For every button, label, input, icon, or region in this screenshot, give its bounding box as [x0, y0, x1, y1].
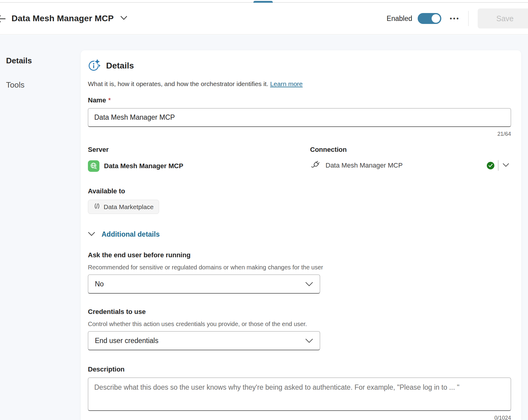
- sidebar-item-details[interactable]: Details: [6, 56, 81, 65]
- ask-user-label: Ask the end user before running: [88, 251, 511, 259]
- additional-details-toggle[interactable]: Additional details: [88, 230, 160, 238]
- arrow-left-icon: [0, 20, 6, 25]
- sidebar-item-tools[interactable]: Tools: [6, 80, 81, 90]
- description-textarea[interactable]: [88, 378, 511, 411]
- details-header: Details: [88, 58, 511, 73]
- code-brackets-icon: [93, 202, 101, 211]
- header-divider: [468, 11, 469, 26]
- save-button[interactable]: Save: [478, 8, 528, 28]
- name-field-label: Name*: [88, 96, 511, 104]
- page-title: Data Mesh Manager MCP: [12, 14, 114, 23]
- page-title-dropdown[interactable]: Data Mesh Manager MCP: [12, 14, 127, 23]
- details-panel: Details What it is, how it operates, and…: [81, 50, 521, 420]
- credentials-dropdown[interactable]: End user credentials: [88, 331, 320, 350]
- toggle-knob: [432, 14, 440, 23]
- server-value-row: Data Mesh Manager MCP: [88, 160, 310, 172]
- server-column: Server Data Mesh Ma: [88, 146, 310, 172]
- required-asterisk: *: [108, 96, 111, 104]
- enabled-label: Enabled: [387, 15, 412, 23]
- name-input[interactable]: [88, 108, 511, 127]
- connection-chevron-down-icon: [503, 163, 509, 168]
- sidebar: Details Tools: [0, 35, 81, 420]
- connection-column: Connection: [310, 146, 511, 172]
- back-button[interactable]: [0, 14, 6, 24]
- available-to-label: Available to: [88, 187, 511, 195]
- dropdown-chevron-icon: [305, 338, 313, 343]
- chevron-down-icon: [120, 16, 127, 22]
- chevron-down-icon: [88, 232, 95, 237]
- connection-status-check-icon: [487, 162, 494, 169]
- subtitle-text: What it is, how it operates, and how the…: [88, 80, 268, 87]
- server-name: Data Mesh Manager MCP: [104, 162, 183, 170]
- name-char-counter: 21/64: [88, 131, 511, 137]
- server-connection-row: Server Data Mesh Ma: [88, 146, 511, 172]
- more-options-button[interactable]: •••: [450, 15, 460, 22]
- learn-more-link[interactable]: Learn more: [270, 80, 302, 87]
- credentials-label: Credentials to use: [88, 308, 511, 316]
- ask-user-dropdown-value: No: [95, 280, 104, 288]
- plug-icon: [310, 159, 321, 172]
- app-screen: Data Mesh Manager MCP Enabled ••• Save D…: [0, 0, 528, 420]
- header-actions: Enabled ••• Save: [387, 8, 528, 28]
- connection-divider: [498, 160, 499, 171]
- connection-label: Connection: [310, 146, 511, 154]
- description-label: Description: [88, 365, 511, 373]
- globe-app-icon: [88, 160, 99, 172]
- server-label: Server: [88, 146, 310, 154]
- connection-select[interactable]: Data Mesh Manager MCP: [310, 159, 511, 172]
- page-body: Details Tools Details What it is, how i: [0, 35, 528, 420]
- credentials-dropdown-value: End user credentials: [95, 337, 159, 345]
- name-label-text: Name: [88, 96, 106, 104]
- additional-details-label: Additional details: [102, 230, 160, 238]
- section-title: Details: [106, 61, 134, 71]
- ask-user-dropdown[interactable]: No: [88, 275, 320, 294]
- description-char-counter: 0/1024: [88, 415, 511, 420]
- connection-name: Data Mesh Manager MCP: [326, 162, 403, 169]
- enabled-toggle[interactable]: [418, 13, 441, 24]
- info-sparkle-icon: [88, 58, 101, 73]
- ask-user-hint: Recommended for sensitive or regulated d…: [88, 264, 511, 271]
- availability-chip-label: Data Marketplace: [104, 203, 154, 211]
- app-header: Data Mesh Manager MCP Enabled ••• Save: [0, 3, 528, 35]
- section-subtitle: What it is, how it operates, and how the…: [88, 80, 511, 88]
- availability-chip: Data Marketplace: [88, 200, 159, 214]
- credentials-hint: Control whether this action uses credent…: [88, 321, 511, 328]
- dropdown-chevron-icon: [305, 282, 313, 286]
